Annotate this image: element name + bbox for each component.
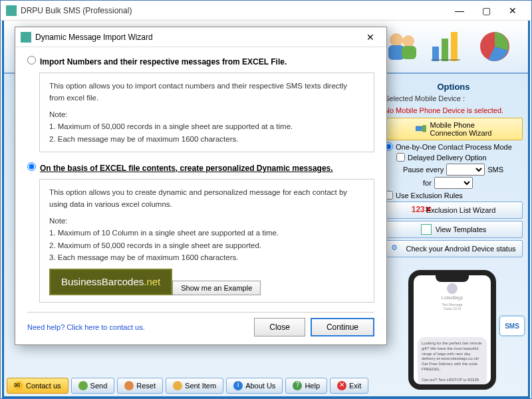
option2-desc: This option allows you to create dynamic…: [49, 186, 364, 211]
maximize-button[interactable]: ▢: [473, 1, 499, 20]
option2-note-3: 3. Each message may be of maximum 1600 c…: [49, 251, 364, 263]
process-mode-label: One-by-One Contact Process Mode: [396, 143, 512, 151]
for-label: for: [423, 179, 432, 187]
option1-description-box: This option allows you to import contact…: [39, 72, 374, 152]
svg-point-0: [390, 33, 403, 47]
app-title: DRPU Bulk SMS (Professional): [21, 6, 446, 15]
phone-notch: [436, 275, 469, 282]
close-modal-button[interactable]: Close: [254, 318, 305, 336]
modal-close-button[interactable]: ✕: [360, 32, 381, 43]
watermark-badge: BusinessBarcodes.net: [49, 269, 172, 295]
modal-body: Import Numbers and their respective mess…: [15, 47, 386, 344]
exclusion-wizard-button[interactable]: 123✖Exclusion List Wizard: [384, 201, 523, 219]
continue-button[interactable]: Continue: [311, 318, 374, 336]
option1-radio-row[interactable]: Import Numbers and their respective mess…: [27, 55, 374, 67]
option2-label: On the basis of EXCEL file contents, cre…: [40, 164, 333, 173]
pause-unit: SMS: [487, 166, 503, 174]
devices-icon: [416, 124, 426, 134]
wizard-line1: Mobile Phone: [430, 121, 475, 129]
option2-description-box: This option allows you to create dynamic…: [39, 179, 374, 303]
option2-radio[interactable]: [27, 162, 36, 171]
svg-point-2: [402, 35, 414, 47]
reset-button[interactable]: Reset: [117, 378, 163, 394]
delayed-delivery-checkbox[interactable]: [396, 153, 405, 162]
svg-rect-8: [416, 126, 422, 131]
svg-rect-5: [442, 39, 448, 61]
modal-titlebar: Dynamic Message Import Wizard ✕: [15, 27, 386, 47]
main-titlebar: DRPU Bulk SMS (Professional) — ▢ ✕: [1, 1, 531, 21]
pause-duration-select[interactable]: [434, 177, 473, 189]
exclusion-btn-label: Exclusion List Wizard: [426, 206, 496, 214]
option2-note-2: 2. Maximum of 50,000 records in a single…: [49, 239, 364, 251]
templates-icon: [421, 224, 432, 235]
option2-radio-row[interactable]: On the basis of EXCEL file contents, cre…: [27, 162, 374, 174]
reset-icon: [124, 381, 134, 390]
svg-rect-6: [451, 32, 458, 61]
modal-footer: Need help? Click here to contact us. Clo…: [27, 312, 374, 336]
option1-note-title: Note:: [49, 108, 364, 120]
pause-count-select[interactable]: [446, 164, 485, 176]
about-button[interactable]: iAbout Us: [226, 378, 283, 394]
wizard-line2: Connection Wizard: [430, 129, 492, 137]
connection-wizard-button[interactable]: Mobile PhoneConnection Wizard: [384, 118, 523, 140]
android-btn-label: Check your Android Device status: [406, 245, 515, 253]
contact-us-button[interactable]: ✉Contact us: [7, 378, 68, 394]
import-wizard-modal: Dynamic Message Import Wizard ✕ Import N…: [15, 27, 387, 345]
exit-icon: ✕: [337, 381, 346, 390]
help-link[interactable]: Need help? Click here to contact us.: [27, 323, 145, 331]
help-icon: ?: [293, 381, 302, 390]
templates-btn-label: View Templates: [436, 225, 487, 233]
pie-chart-icon: [475, 27, 515, 66]
phone-message-bubble: Looking for the perfect last minute gift…: [418, 337, 487, 386]
app-icon: [6, 5, 17, 16]
help-button[interactable]: ?Help: [285, 378, 327, 394]
device-status: No Mobile Phone Device is selected.: [384, 106, 503, 114]
options-panel: Options Selected Mobile Device : No Mobi…: [384, 82, 523, 259]
chart-bars-icon: [428, 27, 468, 66]
check-android-button[interactable]: ⚙Check your Android Device status: [384, 240, 523, 257]
send-button[interactable]: Send: [71, 378, 115, 394]
option1-label: Import Numbers and their respective mess…: [40, 57, 287, 66]
options-title: Options: [384, 82, 523, 92]
option2-note-title: Note:: [49, 215, 364, 227]
delayed-delivery-label: Delayed Delivery Option: [408, 154, 487, 162]
phone-preview: LolasBags Text MessageToday 10:14 Lookin…: [408, 270, 496, 390]
about-icon: i: [233, 381, 243, 390]
close-button[interactable]: ✕: [499, 1, 526, 20]
phone-contact-header: LolasBags Text MessageToday 10:14: [414, 283, 491, 311]
send-icon: [78, 381, 88, 390]
option1-desc: This option allows you to import contact…: [49, 80, 364, 104]
show-example-button[interactable]: Show me an Example: [172, 281, 261, 295]
sms-badge-icon: SMS: [499, 315, 525, 336]
sent-item-button[interactable]: Sent Item: [166, 378, 223, 394]
people-icon: [382, 27, 422, 66]
modal-icon: [21, 32, 31, 43]
minimize-button[interactable]: —: [446, 1, 473, 20]
option1-note-2: 2. Each message may be of maximum 1600 c…: [49, 133, 364, 145]
option1-radio[interactable]: [27, 56, 36, 65]
phone-contact-name: LolasBags: [414, 295, 491, 300]
gear-icon: ⚙: [391, 243, 402, 254]
option1-note-1: 1. Maximum of 50,000 records in a single…: [49, 120, 364, 132]
view-templates-button[interactable]: View Templates: [384, 221, 523, 238]
exit-button[interactable]: ✕Exit: [330, 378, 368, 394]
exclusion-label: Use Exclusion Rules: [396, 192, 463, 200]
modal-title: Dynamic Message Import Wizard: [35, 33, 360, 42]
option2-note-1: 1. Maximum of 10 Column in a single shee…: [49, 227, 364, 239]
contact-icon: ✉: [14, 381, 23, 390]
exclusion-icon: 123✖: [412, 205, 422, 215]
sent-icon: [173, 381, 182, 390]
device-label: Selected Mobile Device :: [384, 94, 465, 102]
bottom-toolbar: ✉Contact us Send Reset Sent Item iAbout …: [7, 378, 368, 394]
svg-rect-3: [402, 46, 416, 59]
svg-rect-4: [432, 47, 439, 61]
svg-rect-9: [422, 126, 426, 132]
pause-label: Pause every: [403, 166, 444, 174]
